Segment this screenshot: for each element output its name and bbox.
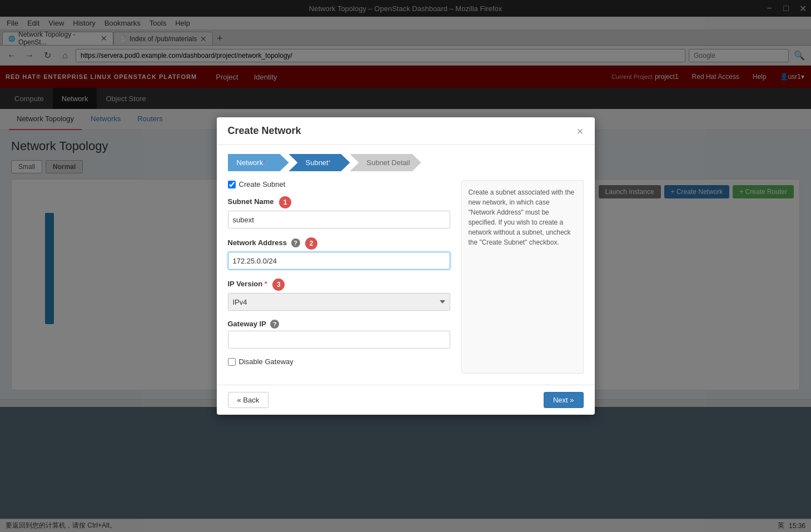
create-network-modal: Create Network × Network * Subnet * Subn… [217,117,595,407]
modal-footer: « Back Next » [217,385,595,407]
subnet-name-label: Subnet Name 1 [228,196,450,208]
gateway-ip-group: Gateway IP ? [228,320,450,349]
disable-gateway-row: Disable Gateway [228,357,450,366]
wizard-tab-network-label: Network [237,158,263,167]
network-address-label: Network Address ? 2 [228,237,450,250]
ip-version-group: IP Version * 3 IPv4 IPv6 [228,279,450,311]
back-button[interactable]: « Back [228,392,269,407]
modal-overlay: Create Network × Network * Subnet * Subn… [0,0,811,407]
wizard-tab-subnet-detail[interactable]: Subnet Detail [350,154,421,171]
step-1-circle: 1 [279,196,291,208]
modal-help-text: Create a subnet associated with the new … [469,188,575,246]
wizard-tab-network[interactable]: Network * [228,154,289,171]
gateway-ip-label: Gateway IP ? [228,320,450,329]
ip-version-select[interactable]: IPv4 IPv6 [228,293,450,311]
subnet-name-group: Subnet Name 1 [228,196,450,228]
gateway-ip-help-icon[interactable]: ? [270,320,279,329]
modal-help: Create a subnet associated with the new … [461,180,584,374]
wizard-tab-subnet-label: Subnet [306,158,329,167]
wizard-tab-subnet-detail-label: Subnet Detail [367,158,410,167]
ip-version-label: IP Version * 3 [228,279,450,291]
modal-title: Create Network [228,125,301,137]
subnet-name-input[interactable] [228,211,450,228]
network-address-input[interactable] [228,252,450,270]
wizard-tabs: Network * Subnet * Subnet Detail [217,145,595,180]
network-address-group: Network Address ? 2 [228,237,450,270]
wizard-tab-subnet-req: * [329,160,331,166]
network-address-help-icon[interactable]: ? [291,238,300,247]
step-2-circle: 2 [305,237,317,250]
wizard-tab-subnet[interactable]: Subnet * [289,154,350,171]
modal-form: Create Subnet Subnet Name 1 Network Addr… [228,180,450,374]
modal-body: Create Subnet Subnet Name 1 Network Addr… [217,180,595,385]
step-3-circle: 3 [272,279,285,291]
create-subnet-checkbox[interactable] [228,181,236,188]
modal-header: Create Network × [217,117,595,145]
disable-gateway-label[interactable]: Disable Gateway [239,357,293,366]
modal-close-button[interactable]: × [577,126,584,137]
create-subnet-label[interactable]: Create Subnet [239,180,286,188]
gateway-ip-input[interactable] [228,331,450,349]
ip-version-req: * [265,280,267,288]
wizard-tab-network-req: * [263,160,265,166]
next-button[interactable]: Next » [544,392,584,407]
create-subnet-row: Create Subnet [228,180,450,188]
disable-gateway-checkbox[interactable] [228,358,236,366]
